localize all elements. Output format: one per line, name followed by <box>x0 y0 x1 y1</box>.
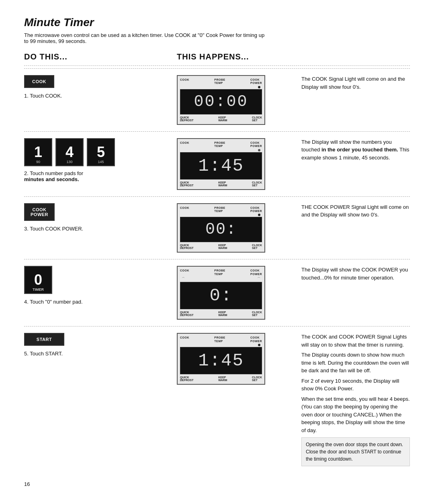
step-2-label: 2. Touch number pads for minutes and sec… <box>24 170 83 182</box>
mw-btn-defrost-5: QUICKDEFROST <box>180 376 193 382</box>
step-5-desc2: The Display counts down to show how much… <box>301 351 410 375</box>
mw-btn-warm-2: KEEPWARM <box>218 181 227 187</box>
signal-indicator-5 <box>258 344 260 346</box>
numpad-sub-5: 145 <box>98 160 104 164</box>
step-5-row: START 5. Touch START. COOK PROBETEMP COO… <box>24 326 410 473</box>
step-3-desc: THE COOK POWER Signal Light will come on… <box>301 203 410 219</box>
mw-label-probe-2: PROBETEMP <box>214 141 225 148</box>
step-3-label: 3. Touch COOK POWER. <box>24 226 83 232</box>
numpad-0[interactable]: 0 TIMER <box>24 266 52 294</box>
step-2-display: COOK PROBETEMP COOKPOWER 1:45 QUICKDEFRO… <box>177 138 301 190</box>
mw-btn-warm-5: KEEPWARM <box>218 376 227 382</box>
step-5-note: Opening the oven door stops the count do… <box>301 437 410 466</box>
mw-label-power-4: COOKPOWER <box>250 269 262 276</box>
step-5-desc4: When the set time ends, you will hear 4 … <box>301 395 410 435</box>
numpad-digit-4: 4 <box>66 144 74 161</box>
mw-bottom-2: QUICKDEFROST KEEPWARM CLOCKSET <box>180 181 262 187</box>
mw-btn-clock-5: CLOCKSET <box>252 376 262 382</box>
mw-panel-3: COOK PROBETEMP COOKPOWER 00: QUICKDEFROS… <box>177 203 265 253</box>
mw-label-power-3: COOKPOWER <box>250 206 262 213</box>
cook-power-button[interactable]: COOK POWER <box>24 203 55 221</box>
step-3-do: COOK POWER 3. Touch COOK POWER. <box>24 203 177 232</box>
mw-label-cook-3: COOK <box>180 206 189 213</box>
signal-indicator-1 <box>258 86 260 88</box>
step-2-row: 1 90 4 130 5 145 2. Touch number pads fo… <box>24 131 410 196</box>
step-3-row: COOK POWER 3. Touch COOK POWER. COOK PRO… <box>24 196 410 259</box>
mw-label-probe-4: PROBETEMP <box>214 269 225 276</box>
numpad-5[interactable]: 5 145 <box>87 138 115 166</box>
mw-bottom-5: QUICKDEFROST KEEPWARM CLOCKSET <box>180 376 262 382</box>
mw-bottom-4: QUICKDEFROST KEEPWARM CLOCKSET <box>180 311 262 316</box>
left-indicator-4: ⌒ <box>182 277 185 281</box>
mw-bottom-1: QUICKDEFROST KEEPWARM CLOCKSET <box>180 116 262 122</box>
step-2-desc-bold: in the order you touched them. <box>321 147 398 153</box>
mw-display-4: 0: <box>180 282 262 309</box>
page-number: 16 <box>24 481 30 487</box>
step-5-label: 5. Touch START. <box>24 351 63 357</box>
step-4-desc: The Display will show the COOK POWER you… <box>301 266 410 282</box>
numpad-digit-5: 5 <box>97 144 105 161</box>
numpad-4[interactable]: 4 130 <box>55 138 84 166</box>
mw-btn-warm-1: KEEPWARM <box>218 116 227 122</box>
step-2-label-sub: minutes and seconds. <box>24 176 79 182</box>
numpad-sub-4: 130 <box>66 160 72 164</box>
mw-display-5: 1:45 <box>180 347 262 374</box>
signal-indicator-3 <box>258 214 260 216</box>
mw-btn-clock-3: CLOCKSET <box>252 244 262 249</box>
mw-display-3: 00: <box>180 217 262 242</box>
cook-power-label-line1: COOK <box>33 207 47 212</box>
step-5-desc1: The COOK and COOK POWER Signal Lights wi… <box>301 333 410 349</box>
mw-label-probe-3: PROBETEMP <box>214 206 225 213</box>
signal-indicator-2 <box>258 149 260 151</box>
mw-panel-4: COOK PROBETEMP COOKPOWER ⌒ ⌒ 0: QUICKDEF… <box>177 266 265 320</box>
mw-btn-defrost-1: QUICKDEFROST <box>180 116 193 122</box>
mw-btn-defrost-3: QUICKDEFROST <box>180 244 193 249</box>
step-5-desc: The COOK and COOK POWER Signal Lights wi… <box>301 333 410 466</box>
mw-label-cook-2: COOK <box>180 141 189 148</box>
cook-button[interactable]: COOK <box>24 75 54 88</box>
mw-btn-defrost-4: QUICKDEFROST <box>180 311 193 316</box>
mw-bottom-3: QUICKDEFROST KEEPWARM CLOCKSET <box>180 244 262 249</box>
numpad-sub-1: 90 <box>36 160 40 164</box>
start-button[interactable]: START <box>24 333 64 346</box>
mw-label-cook-4: COOK <box>180 269 189 276</box>
mw-btn-clock-1: CLOCKSET <box>252 116 262 122</box>
numpad-digit-0: 0 <box>34 271 42 288</box>
mw-btn-clock-2: CLOCKSET <box>252 181 262 187</box>
mw-label-power-5: COOKPOWER <box>250 336 262 343</box>
mw-label-power-1: COOKPOWER <box>250 78 262 85</box>
step-4-label: 4. Touch "0" number pad. <box>24 299 83 305</box>
step-4-display: COOK PROBETEMP COOKPOWER ⌒ ⌒ 0: QUICKDEF… <box>177 266 301 320</box>
step-3-display: COOK PROBETEMP COOKPOWER 00: QUICKDEFROS… <box>177 203 301 253</box>
mw-display-2: 1:45 <box>180 152 262 180</box>
step-5-do: START 5. Touch START. <box>24 333 177 357</box>
mw-btn-warm-3: KEEPWARM <box>218 244 227 249</box>
mw-label-power-2: COOKPOWER <box>250 141 262 148</box>
step-4-do: 0 TIMER 4. Touch "0" number pad. <box>24 266 177 305</box>
intro-text: The microwave oven control can be used a… <box>24 32 265 44</box>
mw-panel-1: COOK PROBETEMP COOKPOWER 00:00 QUICKDEFR… <box>177 75 265 125</box>
step-5-desc3: For 2 of every 10 seconds, the Display w… <box>301 377 410 393</box>
col-do-header: DO THIS... <box>24 52 177 61</box>
page-title: Minute Timer <box>24 16 410 29</box>
numpad-digit-1: 1 <box>34 144 42 161</box>
mw-label-cook-5: COOK <box>180 336 189 343</box>
step-2-do: 1 90 4 130 5 145 2. Touch number pads fo… <box>24 138 177 182</box>
step-1-do: COOK 1. Touch COOK. <box>24 75 177 99</box>
cook-power-label-line2: POWER <box>31 212 48 217</box>
step-2-label-main: 2. Touch number pads for <box>24 170 83 176</box>
mw-btn-warm-4: KEEPWARM <box>218 311 227 316</box>
numpad-1[interactable]: 1 90 <box>24 138 52 166</box>
numpad-row-2: 1 90 4 130 5 145 <box>24 138 115 166</box>
mw-label-cook-1: COOK <box>180 78 189 85</box>
mw-label-probe-1: PROBETEMP <box>214 78 225 85</box>
right-indicator-4: ⌒ <box>257 277 260 281</box>
col-happens-header: THIS HAPPENS... <box>177 52 301 61</box>
mw-panel-2: COOK PROBETEMP COOKPOWER 1:45 QUICKDEFRO… <box>177 138 265 190</box>
header-divider <box>24 65 410 66</box>
mw-display-1: 00:00 <box>180 89 262 114</box>
step-1-display: COOK PROBETEMP COOKPOWER 00:00 QUICKDEFR… <box>177 75 301 125</box>
step-1-desc: The COOK Signal Light will come on and t… <box>301 75 410 91</box>
mw-btn-defrost-2: QUICKDEFROST <box>180 181 193 187</box>
step-1-row: COOK 1. Touch COOK. COOK PROBETEMP COOKP… <box>24 68 410 131</box>
